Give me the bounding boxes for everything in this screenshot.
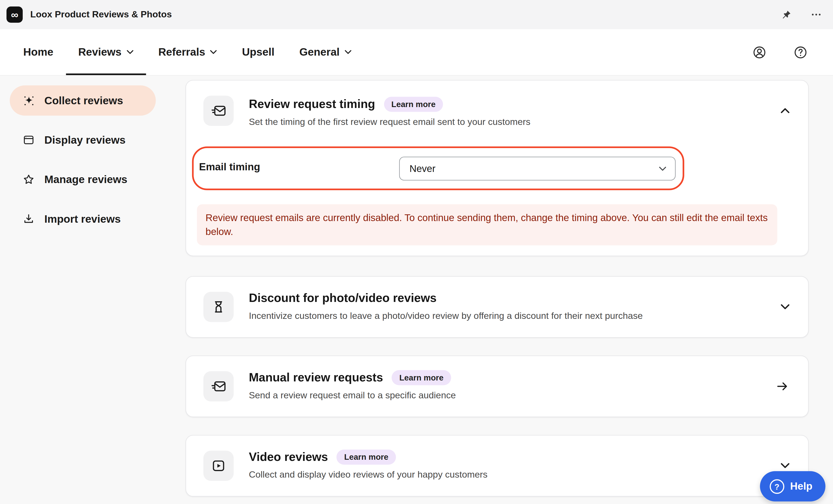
card-video-reviews: Video reviews Learn more Collect and dis…: [186, 435, 809, 497]
main-nav: Home Reviews Referrals Upsell General: [0, 29, 833, 76]
card-header-text: Review request timing Learn more Set the…: [249, 97, 759, 129]
question-mark-icon: ?: [770, 479, 784, 494]
chevron-down-icon: [781, 304, 790, 310]
chevron-down-icon: [210, 50, 217, 55]
tab-upsell[interactable]: Upsell: [230, 29, 287, 75]
topbar-actions: [778, 6, 825, 23]
pin-icon[interactable]: [778, 7, 794, 23]
chevron-down-icon: [344, 50, 352, 55]
email-icon: [204, 371, 234, 402]
sidebar-item-label: Manage reviews: [44, 173, 127, 185]
content-area: Collect reviews Display reviews Manage r…: [0, 76, 833, 504]
sidebar-item-display-reviews[interactable]: Display reviews: [10, 125, 156, 155]
sidebar-item-label: Import reviews: [44, 213, 121, 225]
sidebar-item-label: Collect reviews: [44, 94, 123, 107]
sidebar-item-collect-reviews[interactable]: Collect reviews: [10, 85, 156, 116]
tab-reviews[interactable]: Reviews: [66, 29, 146, 75]
star-icon: [22, 173, 36, 186]
video-icon: [204, 451, 234, 481]
account-icon[interactable]: [750, 43, 769, 62]
tab-referrals[interactable]: Referrals: [146, 29, 230, 75]
topbar: ∞ Loox Product Reviews & Photos: [0, 0, 833, 29]
app-root: ∞ Loox Product Reviews & Photos Home Rev…: [0, 0, 833, 504]
expand-button[interactable]: [778, 302, 792, 312]
sidebar-item-manage-reviews[interactable]: Manage reviews: [10, 164, 156, 195]
card-discount-reviews: Discount for photo/video reviews Incenti…: [186, 276, 809, 338]
card-review-request-timing: Review request timing Learn more Set the…: [186, 80, 809, 256]
help-fab-button[interactable]: ? Help: [760, 471, 826, 501]
sidebar-item-label: Display reviews: [44, 134, 125, 146]
card-title: Manual review requests: [249, 370, 383, 385]
email-timing-value: Never: [409, 163, 435, 174]
warning-message: Review request emails are currently disa…: [197, 204, 777, 245]
open-button[interactable]: [773, 377, 792, 396]
tab-reviews-label: Reviews: [78, 46, 122, 58]
tab-home-label: Home: [23, 46, 53, 58]
card-header-text: Manual review requests Learn more Send a…: [249, 370, 759, 402]
card-title: Discount for photo/video reviews: [249, 291, 436, 306]
learn-more-badge[interactable]: Learn more: [392, 370, 451, 385]
learn-more-badge[interactable]: Learn more: [384, 97, 443, 112]
tab-referrals-label: Referrals: [158, 46, 205, 58]
learn-more-badge[interactable]: Learn more: [337, 450, 396, 464]
card-manual-review-requests: Manual review requests Learn more Send a…: [186, 355, 809, 417]
chevron-up-icon: [781, 107, 790, 114]
help-fab-label: Help: [790, 480, 812, 492]
loox-logo-icon: ∞: [6, 6, 23, 23]
card-subtitle: Collect and display video reviews of you…: [249, 469, 759, 481]
chevron-down-icon: [659, 166, 666, 171]
collapse-button[interactable]: [778, 105, 792, 116]
main-panel: Review request timing Learn more Set the…: [156, 76, 833, 504]
tab-home[interactable]: Home: [11, 29, 66, 75]
chevron-down-icon: [781, 463, 790, 469]
tab-general-label: General: [299, 46, 340, 58]
nav-actions: [750, 43, 822, 62]
card-subtitle: Incentivize customers to leave a photo/v…: [249, 309, 759, 323]
arrow-right-icon: [775, 379, 790, 394]
import-icon: [22, 212, 36, 225]
sparkle-icon: [22, 94, 36, 107]
expand-button[interactable]: [778, 461, 792, 471]
card-header-text: Video reviews Learn more Collect and dis…: [249, 450, 759, 481]
sidebar: Collect reviews Display reviews Manage r…: [0, 76, 156, 504]
chevron-down-icon: [126, 50, 134, 55]
tab-general[interactable]: General: [287, 29, 364, 75]
more-options-icon[interactable]: [808, 6, 825, 23]
email-timing-label: Email timing: [199, 161, 260, 173]
help-circle-icon[interactable]: [791, 43, 810, 62]
card-subtitle: Send a review request email to a specifi…: [249, 389, 759, 402]
card-title: Review request timing: [249, 97, 375, 112]
email-timing-select[interactable]: Never: [399, 157, 676, 180]
tab-upsell-label: Upsell: [242, 46, 275, 58]
card-header-text: Discount for photo/video reviews Incenti…: [249, 291, 759, 323]
email-icon: [204, 96, 234, 126]
window-icon: [22, 133, 36, 147]
app-title: Loox Product Reviews & Photos: [30, 9, 172, 20]
sidebar-item-import-reviews[interactable]: Import reviews: [10, 204, 156, 234]
discount-icon: [204, 292, 234, 322]
card-subtitle: Set the timing of the first review reque…: [249, 116, 759, 129]
card-title: Video reviews: [249, 450, 328, 464]
